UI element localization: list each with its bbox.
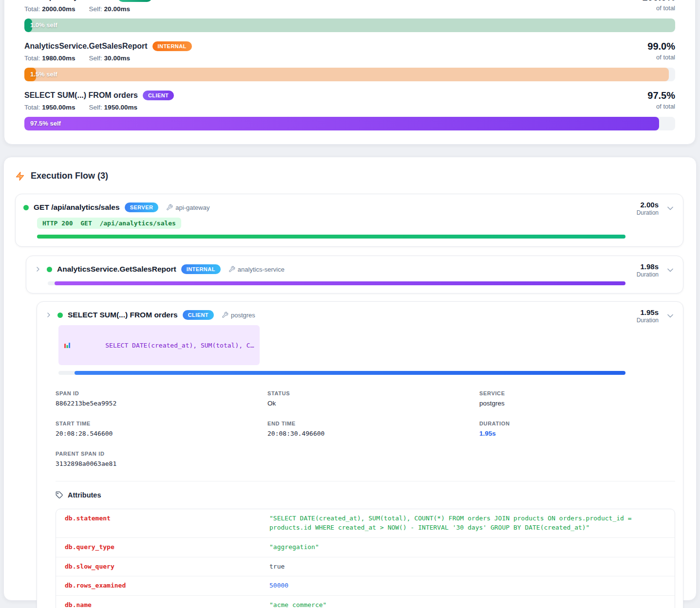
span-kind-badge: INTERNAL <box>181 264 221 274</box>
wrench-icon <box>228 266 235 273</box>
percent-of-total: 100.0% <box>642 0 675 3</box>
tag-icon <box>56 491 63 499</box>
attribute-value: 50000 <box>269 581 666 590</box>
service-name: api-gateway <box>175 204 209 211</box>
attribute-key: db.query_type <box>65 543 269 552</box>
hotspot-row: SELECT SUM(...) FROM orders CLIENT Total… <box>24 89 675 130</box>
chevron-right-icon[interactable] <box>45 311 53 319</box>
chevron-right-icon[interactable] <box>34 265 42 273</box>
status-dot <box>47 267 52 272</box>
sql-preview-text: SELECT DATE(created_at), SUM(total), C… <box>105 342 254 349</box>
field-status: STATUS Ok <box>267 390 479 407</box>
attributes-section: Attributes db.statement "SELECT DATE(cre… <box>56 481 675 608</box>
timeline-fill <box>37 235 625 239</box>
attributes-title: Attributes <box>68 491 101 499</box>
bar-label: 97.5% self <box>30 117 61 130</box>
attribute-key: db.name <box>65 601 269 608</box>
self-label: Self: <box>89 104 102 111</box>
field-start-time: START TIME 20:08:28.546600 <box>56 421 267 437</box>
self-value: 30.00ms <box>104 55 130 62</box>
status-dot <box>57 313 63 318</box>
hotspot-span-name: GET /api/analytics/sales <box>24 0 113 1</box>
span-header[interactable]: GET /api/analytics/sales SERVER api-gate… <box>23 201 675 214</box>
bar-track <box>24 18 675 32</box>
total-label: Total: <box>24 5 40 13</box>
lightning-icon <box>15 171 25 181</box>
span-header[interactable]: SELECT SUM(...) FROM orders CLIENT postg… <box>45 309 675 321</box>
execution-flow-panel: Execution Flow (3) GET /api/analytics/sa… <box>3 157 697 601</box>
span-timeline <box>58 371 625 375</box>
total-label: Total: <box>24 55 40 62</box>
total-value: 2000.00ms <box>42 5 75 13</box>
span-card-root: GET /api/analytics/sales SERVER api-gate… <box>15 194 683 247</box>
bar-fill <box>24 117 659 130</box>
self-label: Self: <box>89 55 102 62</box>
attribute-row: db.slow_query true <box>56 557 675 577</box>
hotspot-row: GET /api/analytics/sales SERVER Total:20… <box>24 0 675 32</box>
attributes-table: db.statement "SELECT DATE(created_at), S… <box>56 509 675 608</box>
self-time-bar: 97.5% self <box>24 117 675 130</box>
self-time-bar: 1.5% self <box>24 68 675 81</box>
span-kind-badge: CLIENT <box>183 310 214 320</box>
duration-label: Duration <box>637 317 659 324</box>
total-value: 1980.00ms <box>42 55 75 62</box>
attribute-value: "acme_commerce" <box>269 601 666 608</box>
trace-page: { "hotspots": { "rows": [ { "title": "GE… <box>0 0 700 608</box>
span-timeline <box>48 281 625 285</box>
attribute-key: db.slow_query <box>65 562 269 571</box>
span-name: AnalyticsService.GetSalesReport <box>57 265 176 274</box>
span-timeline <box>37 235 625 239</box>
attribute-row: db.query_type "aggregation" <box>56 538 675 557</box>
field-parent-span-id: PARENT SPAN ID 3132898a0063ae81 <box>56 451 267 467</box>
attribute-key: db.rows_examined <box>65 581 269 590</box>
of-total-label: of total <box>647 103 675 110</box>
total-value: 1950.00ms <box>42 104 75 111</box>
span-name: GET /api/analytics/sales <box>34 203 120 212</box>
self-time-bar: 1.0% self <box>24 18 675 32</box>
wrench-icon <box>222 312 228 318</box>
field-span-id: SPAN ID 8862213be5ea9952 <box>56 390 267 407</box>
bar-label: 1.5% self <box>30 68 57 81</box>
hotspot-row: AnalyticsService.GetSalesReport INTERNAL… <box>24 40 675 81</box>
field-service: SERVICE postgres <box>479 390 675 407</box>
of-total-label: of total <box>642 4 675 12</box>
attribute-key: db.statement <box>65 514 269 533</box>
attribute-row: db.name "acme_commerce" <box>56 596 675 608</box>
field-end-time: END TIME 20:08:30.496600 <box>267 421 479 437</box>
attribute-value: "SELECT DATE(created_at), SUM(total), CO… <box>269 514 666 533</box>
duration-value: 1.95s <box>637 308 659 316</box>
hotspot-span-name: AnalyticsService.GetSalesReport <box>24 42 148 51</box>
span-kind-badge: SERVER <box>125 203 159 212</box>
http-status-chip: HTTP 200 GET /api/analytics/sales <box>37 218 181 229</box>
of-total-label: of total <box>647 54 675 61</box>
percent-of-total: 99.0% <box>647 40 675 53</box>
bar-chart-icon <box>64 327 102 363</box>
attribute-row: db.statement "SELECT DATE(created_at), S… <box>56 509 675 538</box>
duration-label: Duration <box>637 209 659 216</box>
span-kind-badge: SERVER <box>118 0 152 2</box>
attribute-row: db.rows_examined 50000 <box>56 576 675 596</box>
span-kind-badge: CLIENT <box>143 91 174 100</box>
chevron-down-icon[interactable] <box>665 203 675 213</box>
bar-track <box>24 68 669 81</box>
self-value: 1950.00ms <box>104 104 137 111</box>
span-name: SELECT SUM(...) FROM orders <box>68 311 178 319</box>
timeline-fill <box>55 281 625 285</box>
self-value: 20.00ms <box>104 5 130 13</box>
percent-of-total: 97.5% <box>647 89 675 102</box>
service-name: postgres <box>231 312 255 319</box>
service-name: analytics-service <box>238 266 284 273</box>
wrench-icon <box>166 204 173 211</box>
duration-label: Duration <box>637 271 659 278</box>
attribute-value: "aggregation" <box>269 543 666 552</box>
span-header[interactable]: AnalyticsService.GetSalesReport INTERNAL… <box>34 263 675 276</box>
duration-value: 2.00s <box>637 201 659 209</box>
span-card-child: AnalyticsService.GetSalesReport INTERNAL… <box>26 256 683 294</box>
span-kind-badge: INTERNAL <box>152 41 192 51</box>
field-duration: DURATION 1.95s <box>479 421 675 437</box>
hotspots-panel: GET /api/analytics/sales SERVER Total:20… <box>4 0 696 145</box>
span-card-expanded: SELECT SUM(...) FROM orders CLIENT postg… <box>37 301 683 608</box>
chevron-down-icon[interactable] <box>665 265 675 275</box>
self-label: Self: <box>89 5 102 13</box>
chevron-down-icon[interactable] <box>665 311 675 321</box>
